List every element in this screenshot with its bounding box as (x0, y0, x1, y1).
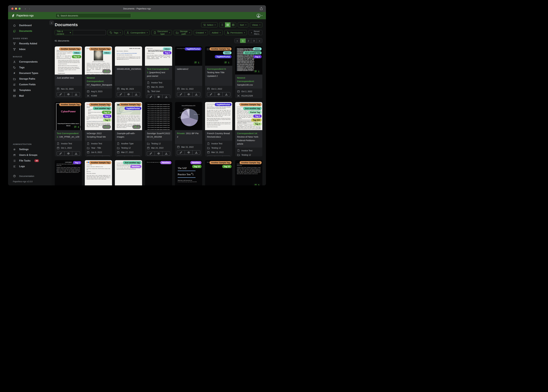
document-card[interactable]: This is a test for the double space char… (145, 102, 172, 156)
tag-pill[interactable]: Inbox (253, 47, 262, 50)
tag-pill[interactable]: Tag 12 (72, 55, 81, 58)
download-button[interactable] (72, 151, 80, 156)
page-1-button[interactable]: 1 (240, 39, 245, 43)
tag-pill[interactable]: Inbox (163, 47, 171, 50)
document-card[interactable]: Lorem ipsumLorem ipsum dolor sit amet, c… (235, 160, 262, 185)
edit-button[interactable] (177, 150, 185, 155)
views-button[interactable]: Views▾ (250, 22, 262, 27)
edit-button[interactable] (147, 95, 155, 98)
page-2-button[interactable]: 2 (245, 39, 251, 43)
user-menu[interactable]: ▾ (257, 14, 262, 18)
tag-pill[interactable]: Tag 2 (253, 55, 262, 58)
document-card[interactable]: BANK OF SCOTLANDBank of Scotland · 10890… (115, 46, 142, 98)
sidebar-item-tags[interactable]: Tags (8, 65, 52, 70)
comments-badge[interactable]: 5 (252, 183, 261, 185)
view-button[interactable] (185, 150, 193, 155)
brand[interactable]: Paperless-ngx (11, 14, 34, 18)
download-button[interactable] (132, 156, 140, 157)
document-title[interactable]: Test Correspondent 1: UM_PPBE_en_v29 (57, 132, 80, 139)
title-content-input[interactable] (73, 30, 106, 35)
comments-badge[interactable]: 6 (102, 125, 111, 129)
document-card[interactable]: The SATPractice Test #1Make time to take… (175, 160, 202, 185)
page-next-button[interactable]: » (257, 39, 262, 43)
comments-badge[interactable]: 1 (132, 125, 141, 129)
view-button[interactable] (215, 156, 223, 157)
document-card[interactable]: Contact Sheet DemoGiven a set of image f… (115, 160, 142, 185)
sidebar-item-documentation[interactable]: Documentation (8, 173, 52, 179)
document-title[interactable]: Just another test (57, 76, 80, 79)
sidebar-item-mail[interactable]: Mail (8, 93, 52, 99)
tag-pill[interactable]: Another Sample Tag (89, 47, 111, 50)
filter-storage-path-button[interactable]: Storage path▾ (174, 30, 192, 35)
sidebar-item-inbox[interactable]: Inbox (8, 46, 52, 52)
tag-pill[interactable]: TagWithPartial (125, 107, 141, 110)
document-card[interactable]: Review of Arbitral Awards Shows Swift Re… (235, 102, 262, 156)
filter-created-button[interactable]: Created▾ (194, 30, 208, 35)
sidebar-item-dashboard[interactable]: Dashboard (8, 22, 52, 28)
filter-document-type-button[interactable]: Document type▾ (151, 30, 172, 35)
page-3-button[interactable]: 3 (251, 39, 257, 43)
select-button[interactable]: Select▾ (201, 22, 218, 27)
tag-pill[interactable]: Tag 222 (251, 119, 262, 122)
tag-pill[interactable]: NewOne (190, 161, 202, 164)
correspondent-link[interactable]: Test Correspondent 1 (147, 68, 169, 74)
document-card[interactable]: CyberPowerPowerPanel® Business Edition U… (55, 102, 82, 156)
share-icon[interactable] (260, 7, 263, 10)
edit-button[interactable] (117, 92, 125, 97)
tag-pill[interactable]: Tag 3 (253, 122, 262, 126)
tag-pill[interactable]: NewOne (130, 165, 141, 168)
global-search[interactable] (56, 13, 131, 18)
sidebar-item-custom-fields[interactable]: Custom Fields (8, 82, 52, 87)
tag-pill[interactable]: Another Sample Tag (209, 47, 231, 50)
sort-button[interactable]: Sort▾ (238, 22, 248, 27)
view-button[interactable] (155, 151, 163, 156)
comments-badge[interactable]: 2 (102, 69, 111, 73)
download-button[interactable] (193, 92, 200, 97)
tag-pill[interactable]: Tag 2 (103, 115, 111, 118)
tag-pill[interactable]: Just another tag (93, 107, 111, 110)
document-card[interactable]: Test Name123-456-7890January 2, 2022 Jul… (85, 160, 112, 185)
tag-pill[interactable]: Just another tag (243, 51, 262, 54)
tag-pill[interactable]: Another Sample Tag (89, 103, 111, 106)
comments-badge[interactable]: 1 (193, 61, 201, 64)
reset-filters-button[interactable]: ×Reset filters (249, 30, 262, 35)
edit-button[interactable] (57, 92, 65, 97)
document-card[interactable]: Francja pod r.NAPOLEON BONAPARTEUrodzony… (85, 46, 112, 98)
tag-pill[interactable]: Tag 3 (103, 119, 111, 122)
tag-pill[interactable]: Tag 12 (102, 111, 111, 114)
tag-pill[interactable]: Tag 2 (253, 115, 262, 118)
document-card[interactable]: Medical TeacherHas the new Kirkpatrick g… (145, 46, 172, 98)
filter-correspondent-button[interactable]: Correspondent▾ (124, 30, 150, 35)
document-card[interactable]: Adobe InDesign 2022 Scripting Read MeThi… (85, 102, 112, 156)
search-input[interactable] (61, 14, 129, 17)
correspondent-link[interactable]: Newest Correspondent (87, 77, 103, 83)
tag-pill[interactable]: Tag 2 (73, 161, 81, 164)
tag-pill[interactable]: TagWithPartial (185, 47, 202, 50)
sidebar-item-logs[interactable]: Logs (8, 164, 52, 169)
download-button[interactable] (223, 156, 230, 157)
tag-pill[interactable]: Another Sample Tag (89, 161, 111, 164)
view-button[interactable] (215, 92, 223, 97)
view-button[interactable] (65, 151, 72, 156)
edit-button[interactable] (57, 151, 65, 156)
edit-button[interactable] (147, 151, 155, 156)
download-button[interactable] (162, 151, 170, 156)
document-title[interactable]: French Country Bread Revised.docx (207, 132, 230, 139)
document-card[interactable]: Boundary Waters TripGoogle EarthCurabitu… (115, 102, 142, 156)
correspondent-link[interactable]: Private (177, 132, 185, 135)
sidebar-item-recently-added[interactable]: Recently Added (8, 41, 52, 46)
edit-button[interactable] (177, 92, 185, 97)
document-card[interactable]: French Country BreadFor the Leaven — 1 h… (205, 102, 232, 156)
view-button[interactable] (185, 92, 193, 97)
sidebar-item-correspondents[interactable]: Correspondents (8, 59, 52, 65)
view-button[interactable] (65, 92, 72, 97)
sidebar-item-users-groups[interactable]: Users & Groups (8, 152, 52, 158)
correspondent-link[interactable]: Newest Correspondent (237, 77, 254, 83)
download-button[interactable] (132, 92, 140, 97)
document-title[interactable]: 2sample-pdf-with-images (117, 132, 140, 139)
tag-pill[interactable]: Another Sample Tag (119, 103, 141, 106)
document-title[interactable]: Sonstige ScanPC2022 03-24_081058 (147, 132, 170, 139)
title-content-dropdown[interactable]: Title & content▾ (55, 30, 73, 35)
view-button[interactable] (95, 156, 102, 157)
sidebar-collapse-button[interactable]: « (49, 21, 54, 25)
